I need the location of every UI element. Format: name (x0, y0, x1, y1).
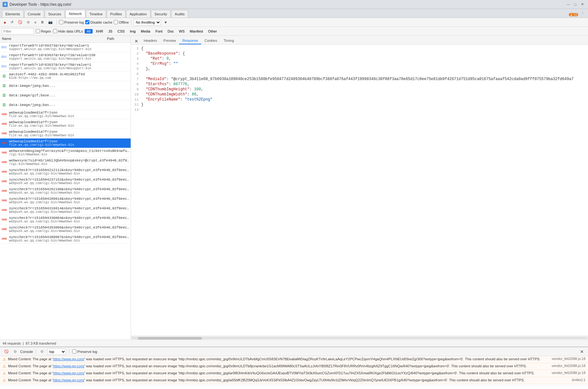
tab-security[interactable]: Security (151, 10, 171, 18)
line-number: 2 (132, 51, 141, 56)
request-item[interactable]: XHR webwxuploadmedia?f=json file.wx.qq.c… (0, 129, 131, 138)
request-path: support.weixin.qq.com/cgi-bin/mmsupport-… (9, 57, 129, 61)
maximize-button[interactable]: □ (572, 2, 578, 7)
reload-button[interactable]: ↺ (9, 19, 15, 26)
console-link[interactable]: https://www.qq.com/ (53, 371, 84, 375)
request-item[interactable]: XHR webwxsync?sid=HS/imblJQbAVGnop&skey=… (0, 158, 131, 167)
console-source[interactable]: vendor_fe62088.js:18 (549, 357, 585, 361)
request-item[interactable]: doc reportforweb?rid=69373&rkey=9&rvalue… (0, 43, 131, 52)
screenshot-button[interactable]: 📷 (47, 19, 54, 26)
disable-cache-checkbox[interactable] (85, 20, 89, 24)
console-source[interactable]: (index):1 (569, 378, 585, 382)
context-select[interactable]: top (47, 348, 66, 355)
regex-checkbox[interactable] (36, 29, 40, 33)
console-preserve-log-checkbox[interactable] (72, 349, 76, 354)
tab-console[interactable]: Console (24, 10, 44, 18)
request-item[interactable]: XHR webwxuploadmedia?f=json file.wx.qq.c… (0, 110, 131, 119)
request-item[interactable]: XHR webwxuploadmedia?f=json file.wx.qq.c… (0, 119, 131, 129)
disable-cache-label[interactable]: Disable cache (85, 20, 112, 24)
regex-label[interactable]: Regex (36, 29, 51, 33)
filter-type-media[interactable]: Media (139, 29, 152, 34)
hide-data-urls-label[interactable]: Hide data URLs (53, 29, 83, 33)
tab-audits[interactable]: Audits (171, 10, 188, 18)
console-link[interactable]: https://www.qq.com/ (53, 364, 84, 368)
filter-type-img[interactable]: Img (128, 29, 137, 34)
request-item[interactable]: XHR webwxuploadmedia?f=json file.wx.qq.c… (0, 138, 131, 148)
request-list-body[interactable]: doc reportforweb?rid=69373&rkey=9&rvalue… (0, 43, 131, 340)
request-item[interactable]: XHR synccheck?r=1516504212112&skey=%40cr… (0, 167, 131, 177)
request-item[interactable]: 🖼 aac31ecf-4482-42b2-8569-3c4819021fed b… (0, 71, 131, 81)
close-button[interactable]: ✕ (579, 2, 585, 7)
preserve-log-checkbox[interactable] (59, 20, 63, 24)
tab-elements[interactable]: Elements (2, 10, 24, 18)
throttle-select[interactable]: No throttling (134, 19, 161, 26)
tab-profiles[interactable]: Profiles (107, 10, 126, 18)
close-panel-button[interactable]: ✕ (132, 38, 141, 44)
request-item[interactable]: 🖼 data:image/gif;base... (0, 91, 131, 100)
line-number: 1 (132, 46, 141, 51)
request-item[interactable]: 🖼 data:image/jpeg;bas... (0, 100, 131, 110)
request-item[interactable]: XHR synccheck?r=1516504237152&skey=%40cr… (0, 177, 131, 186)
json-line: 1{ (132, 46, 587, 51)
tab-application[interactable]: Application (126, 10, 150, 18)
record-button[interactable]: ● (2, 19, 8, 26)
clear-button[interactable]: 🚫 (16, 19, 24, 26)
line-content: "StartPos": 867776, (141, 82, 587, 87)
request-item[interactable]: XHR webwxsendmsgimg?fun=async&f=json&pas… (0, 148, 131, 158)
console-link[interactable]: https://www.qq.com/ (53, 357, 84, 361)
request-item[interactable]: 🖼 data:image/jpeg;bas... (0, 81, 131, 91)
tab-response[interactable]: Response (179, 37, 202, 44)
tab-timing[interactable]: Timing (220, 37, 237, 44)
close-console-button[interactable]: ✕ (578, 348, 585, 355)
status-bar: 44 requests | 87.3 KB transferred (0, 340, 588, 347)
more-tools-button[interactable]: ⋮ (579, 10, 586, 16)
request-item[interactable]: XHR synccheck?r=1516504316014&skey=%40cr… (0, 206, 131, 215)
console-source[interactable]: vendor_fe62088.js:18 (549, 364, 585, 368)
filter-type-ws[interactable]: WS (177, 29, 187, 34)
console-filter-button[interactable]: ⊙ (12, 348, 18, 355)
tab-timeline[interactable]: Timeline (86, 10, 106, 18)
view-button[interactable]: ≡ (33, 19, 38, 26)
tab-preview[interactable]: Preview (160, 37, 179, 44)
request-list-header: Name Path (0, 36, 131, 43)
filter-type-font[interactable]: Font (154, 29, 164, 34)
tab-cookies[interactable]: Cookies (201, 37, 220, 44)
line-content: "Ret": 0, (141, 56, 587, 61)
request-item[interactable]: XHR synccheck?r=1516504330004&skey=%40cr… (0, 215, 131, 225)
group-button[interactable]: ≣ (39, 19, 45, 26)
tab-network[interactable]: Network (65, 10, 85, 18)
filter-type-other[interactable]: Other (206, 29, 219, 34)
throttle-more-button[interactable]: ▼ (162, 19, 169, 26)
filter-input[interactable] (2, 28, 34, 34)
request-item[interactable]: XHR synccheck?r=1516504262190&skey=%40cr… (0, 186, 131, 196)
offline-label[interactable]: Offline (114, 20, 129, 24)
request-item[interactable]: XHR synccheck?r=1516504353006&skey=%40cr… (0, 225, 131, 234)
filter-type-all[interactable]: All (85, 29, 92, 34)
request-list: Name Path doc reportforweb?rid=69373&rke… (0, 36, 131, 340)
tab-sources[interactable]: Sources (45, 10, 65, 18)
request-item[interactable]: XHR synccheck?r=1516504380007&skey=%40cr… (0, 234, 131, 244)
request-item[interactable]: doc reportforweb?rid=63637&rkey=72&rvalu… (0, 52, 131, 62)
request-name: aac31ecf-4482-42b2-8569-3c4819021fed (9, 72, 129, 76)
filter-type-xhr[interactable]: XHR (94, 29, 105, 34)
filter-type-doc[interactable]: Doc (166, 29, 176, 34)
tab-headers[interactable]: Headers (141, 37, 160, 44)
console-errors-button[interactable]: ⊙ (39, 348, 45, 355)
offline-checkbox[interactable] (114, 20, 118, 24)
console-preserve-log-label[interactable]: Preserve log (72, 349, 97, 354)
console-clear-button[interactable]: 🚫 (3, 348, 10, 355)
request-item[interactable]: doc reportforweb?rid=63637&rkey=76&rvalu… (0, 62, 131, 71)
minimize-button[interactable]: ─ (565, 2, 571, 7)
response-body: 1{2 "BaseResponse": {3 "Ret": 0,4 "ErrMs… (131, 45, 588, 336)
filter-type-manifest[interactable]: Manifest (188, 29, 205, 34)
filter-type-js[interactable]: JS (106, 29, 114, 34)
hide-data-urls-checkbox[interactable] (53, 29, 57, 33)
request-item[interactable]: XHR synccheck?r=1516504289016&skey=%40cr… (0, 196, 131, 206)
preserve-log-label[interactable]: Preserve log (59, 20, 84, 24)
filter-button[interactable]: ⊙ (25, 19, 31, 26)
filter-type-css[interactable]: CSS (116, 29, 127, 34)
horizontal-scrollbar[interactable] (131, 336, 588, 340)
console-link[interactable]: https://www.qq.com/ (53, 378, 84, 382)
request-icon: XHR (2, 218, 6, 222)
console-source[interactable]: vendor_fe62088.js:18 (549, 371, 585, 375)
